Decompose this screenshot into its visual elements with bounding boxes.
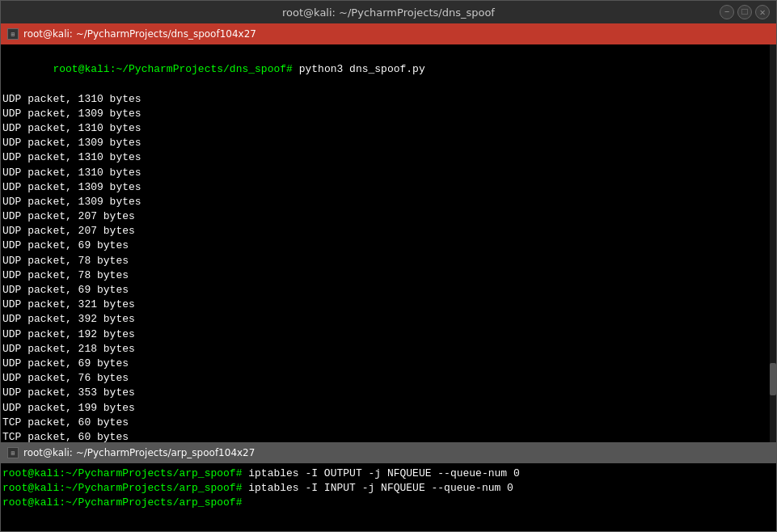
output-line: UDP packet, 69 bytes bbox=[2, 357, 773, 371]
output-line: UDP packet, 69 bytes bbox=[2, 283, 773, 298]
terminal-tab-icon-lower: ⊞ bbox=[7, 447, 19, 458]
output-line: UDP packet, 1310 bytes bbox=[2, 92, 773, 107]
lower-prompt: root@kali:~/PycharmProjects/arp_spoof# bbox=[2, 496, 242, 509]
upper-tab-title: root@kali: ~/PycharmProjects/dns_spoof10… bbox=[23, 28, 256, 40]
output-line: UDP packet, 392 bytes bbox=[2, 312, 773, 327]
output-line: UDP packet, 353 bytes bbox=[2, 386, 773, 400]
output-line: TCP packet, 60 bytes bbox=[2, 430, 773, 442]
window-controls: – □ ✕ bbox=[720, 5, 770, 19]
lower-tab-bar: ⊞ root@kali: ~/PycharmProjects/arp_spoof… bbox=[1, 442, 776, 463]
lower-output-line: root@kali:~/PycharmProjects/arp_spoof# i… bbox=[2, 481, 773, 496]
upper-terminal-pane[interactable]: ⊞ root@kali: ~/PycharmProjects/dns_spoof… bbox=[1, 23, 776, 442]
output-line: UDP packet, 218 bytes bbox=[2, 342, 773, 357]
lower-output-line: root@kali:~/PycharmProjects/arp_spoof# i… bbox=[2, 467, 773, 481]
output-line: UDP packet, 1310 bytes bbox=[2, 150, 773, 165]
lower-tab-title: root@kali: ~/PycharmProjects/arp_spoof10… bbox=[23, 447, 255, 458]
output-line: UDP packet, 1309 bytes bbox=[2, 195, 773, 209]
title-bar: root@kali: ~/PycharmProjects/dns_spoof –… bbox=[1, 1, 776, 23]
minimize-button[interactable]: – bbox=[720, 5, 734, 19]
output-line: UDP packet, 76 bytes bbox=[2, 371, 773, 386]
output-line: UDP packet, 78 bytes bbox=[2, 268, 773, 283]
maximize-button[interactable]: □ bbox=[737, 5, 752, 19]
output-line: UDP packet, 192 bytes bbox=[2, 327, 773, 342]
scrollbar-thumb-upper[interactable] bbox=[770, 363, 776, 395]
lower-terminal-content[interactable]: root@kali:~/PycharmProjects/arp_spoof# i… bbox=[1, 463, 776, 531]
upper-tab-bar: ⊞ root@kali: ~/PycharmProjects/dns_spoof… bbox=[1, 23, 776, 44]
upper-command: python3 dns_spoof.py bbox=[293, 63, 425, 75]
lower-command: iptables -I OUTPUT -j NFQUEUE --queue-nu… bbox=[242, 467, 519, 479]
output-line: UDP packet, 69 bytes bbox=[2, 239, 773, 253]
output-lines-lower: root@kali:~/PycharmProjects/arp_spoof# i… bbox=[2, 467, 773, 511]
close-button[interactable]: ✕ bbox=[755, 5, 770, 19]
lower-command bbox=[242, 496, 248, 509]
lower-prompt: root@kali:~/PycharmProjects/arp_spoof# bbox=[2, 467, 242, 479]
scrollbar-upper[interactable] bbox=[770, 44, 776, 442]
output-lines-upper: UDP packet, 1310 bytesUDP packet, 1309 b… bbox=[2, 92, 773, 442]
lower-output-line: root@kali:~/PycharmProjects/arp_spoof# bbox=[2, 496, 773, 510]
output-line: UDP packet, 1310 bytes bbox=[2, 166, 773, 180]
output-line: UDP packet, 207 bytes bbox=[2, 209, 773, 224]
output-line: TCP packet, 60 bytes bbox=[2, 416, 773, 430]
command-line: root@kali:~/PycharmProjects/dns_spoof# p… bbox=[2, 48, 773, 92]
output-line: UDP packet, 207 bytes bbox=[2, 224, 773, 239]
lower-prompt: root@kali:~/PycharmProjects/arp_spoof# bbox=[2, 482, 242, 494]
lower-command: iptables -I INPUT -j NFQUEUE --queue-num… bbox=[242, 482, 513, 494]
terminal-window: root@kali: ~/PycharmProjects/dns_spoof –… bbox=[0, 0, 777, 532]
terminal-tab-icon-upper: ⊞ bbox=[7, 28, 19, 40]
output-line: UDP packet, 1310 bytes bbox=[2, 121, 773, 136]
output-line: UDP packet, 1309 bytes bbox=[2, 107, 773, 121]
lower-terminal-pane[interactable]: ⊞ root@kali: ~/PycharmProjects/arp_spoof… bbox=[1, 442, 776, 531]
output-line: UDP packet, 1309 bytes bbox=[2, 180, 773, 195]
output-line: UDP packet, 321 bytes bbox=[2, 298, 773, 312]
output-line: UDP packet, 199 bytes bbox=[2, 401, 773, 416]
upper-prompt: root@kali:~/PycharmProjects/dns_spoof# bbox=[53, 63, 292, 75]
output-line: UDP packet, 1309 bytes bbox=[2, 136, 773, 150]
upper-terminal-content[interactable]: root@kali:~/PycharmProjects/dns_spoof# p… bbox=[1, 44, 776, 442]
window-title: root@kali: ~/PycharmProjects/dns_spoof bbox=[282, 6, 495, 19]
output-line: UDP packet, 78 bytes bbox=[2, 254, 773, 268]
